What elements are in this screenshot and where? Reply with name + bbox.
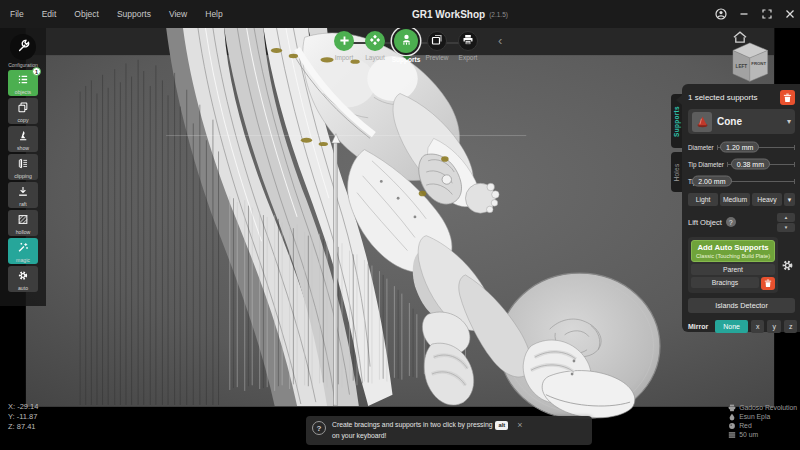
support-type-select[interactable]: Cone ▾: [688, 109, 795, 134]
layout-icon: [369, 32, 381, 50]
diameter-value[interactable]: 1.20 mm: [720, 142, 759, 153]
hint-text-after: on your keyboard!: [332, 432, 386, 439]
mirror-none-button[interactable]: None: [715, 320, 748, 333]
toolbar-export-label: Export: [448, 54, 488, 61]
mirror-y-button[interactable]: y: [767, 320, 781, 333]
sidebar-item-raft[interactable]: raft: [8, 182, 38, 208]
export-printer-icon: [462, 32, 474, 50]
menu-edit[interactable]: Edit: [42, 9, 57, 19]
coord-x: X: -29.14: [8, 402, 38, 412]
objects-count-badge: 1: [32, 67, 41, 76]
menu-object[interactable]: Object: [74, 9, 99, 19]
menu-file[interactable]: File: [10, 9, 24, 19]
diameter-slider-row: Diameter 1.20 mm: [688, 139, 795, 155]
app-title: GR1 WorkShop (2.1.5): [412, 0, 508, 28]
hint-text: Create bracings and supports in two clic…: [332, 420, 509, 441]
sidebar-raft-label: raft: [19, 202, 27, 207]
sidebar-item-magic[interactable]: magic: [8, 238, 38, 264]
sidebar-item-hollow[interactable]: hollow: [8, 210, 38, 236]
hint-close-icon[interactable]: ×: [517, 420, 522, 441]
alt-key-badge: alt: [495, 421, 508, 430]
coord-z: Z: 87.41: [8, 422, 38, 432]
bracings-button[interactable]: Bracings: [691, 277, 759, 288]
tip-diameter-slider-row: Tip Diameter 0.38 mm: [688, 156, 795, 172]
clipping-icon: [17, 155, 29, 173]
hint-tooltip: ? Create bracings and supports in two cl…: [306, 416, 592, 445]
preset-heavy-button[interactable]: Heavy: [752, 193, 782, 206]
printer-icon: [728, 404, 736, 412]
app-version: (2.1.5): [489, 11, 508, 18]
support-type-value: Cone: [717, 116, 782, 127]
minimize-icon[interactable]: [738, 8, 750, 20]
tip-value[interactable]: 2.00 mm: [692, 176, 731, 187]
preset-caret-icon[interactable]: ▾: [784, 193, 795, 206]
sidebar-item-show[interactable]: show: [8, 126, 38, 152]
mirror-x-button[interactable]: x: [751, 320, 765, 333]
status-color-row: Red: [728, 421, 797, 430]
coord-y: Y: -11.87: [8, 412, 38, 422]
sidebar-objects-label: objects: [15, 90, 31, 95]
menu-supports[interactable]: Supports: [117, 9, 151, 19]
magic-wand-icon: [17, 239, 29, 257]
toolbar-collapse-chevron[interactable]: ‹: [498, 33, 502, 48]
maximize-icon[interactable]: [761, 8, 773, 20]
tip-diameter-value[interactable]: 0.38 mm: [731, 159, 770, 170]
view-cube[interactable]: LEFT FRONT: [733, 43, 768, 81]
tab-holes-label: Holes: [673, 163, 680, 181]
add-auto-supports-sublabel: Classic (Touching Build Plate): [693, 253, 773, 259]
add-auto-supports-button[interactable]: Add Auto Supports Classic (Touching Buil…: [691, 240, 775, 262]
account-icon[interactable]: [715, 8, 727, 20]
tip-diameter-label: Tip Diameter: [688, 161, 724, 168]
auto-supports-settings-gear-icon[interactable]: [780, 237, 795, 293]
parent-button[interactable]: Parent: [691, 264, 775, 275]
islands-detector-button[interactable]: Islands Detector: [688, 298, 795, 313]
lift-object-label: Lift Object: [688, 218, 722, 227]
sidebar-auto-label: auto: [18, 286, 28, 291]
menu-view[interactable]: View: [169, 9, 187, 19]
menu-help[interactable]: Help: [205, 9, 222, 19]
objects-list-icon: [17, 71, 29, 89]
raft-down-arrow-icon: [17, 183, 29, 201]
viewport-3d[interactable]: LEFT FRONT: [0, 28, 800, 433]
lift-stepper: ▲ ▼: [777, 213, 795, 232]
close-icon[interactable]: [784, 8, 796, 20]
sidebar-item-clipping[interactable]: clipping: [8, 154, 38, 180]
copy-icon: [17, 99, 29, 117]
mirror-z-button[interactable]: z: [784, 320, 798, 333]
left-sidebar: Configuration 1 objects copy show clippi…: [0, 28, 46, 306]
type-select-caret-icon: ▾: [787, 117, 791, 126]
sidebar-clipping-label: clipping: [14, 174, 32, 179]
color-swatch-icon: [728, 422, 736, 430]
delete-selected-trash-icon[interactable]: [780, 90, 795, 105]
configuration-button[interactable]: [10, 34, 36, 60]
lift-up-button[interactable]: ▲: [777, 213, 795, 222]
status-printer-row: Gadoso Revolution: [728, 403, 797, 412]
lift-help-icon[interactable]: ?: [726, 217, 736, 227]
view-cube-left-label: LEFT: [736, 64, 748, 69]
lift-down-button[interactable]: ▼: [777, 223, 795, 232]
diameter-label: Diameter: [688, 144, 714, 151]
sidebar-show-label: show: [17, 146, 29, 151]
help-question-icon: ?: [312, 421, 326, 435]
preset-row: Light Medium Heavy ▾: [688, 193, 795, 206]
hint-text-before: Create bracings and supports in two clic…: [332, 421, 493, 428]
sidebar-copy-label: copy: [18, 118, 29, 123]
bracings-trash-icon[interactable]: [761, 277, 775, 290]
tip-slider-row: Tip 2.00 mm: [688, 173, 795, 189]
sidebar-item-copy[interactable]: copy: [8, 98, 38, 124]
mirror-row: Mirror None x y z: [688, 320, 795, 333]
preset-light-button[interactable]: Light: [688, 193, 718, 206]
selected-supports-count: 1 selected supports: [688, 93, 757, 102]
lift-object-row: Lift Object ? ▲ ▼: [688, 211, 795, 233]
status-material-row: Esun Epla: [728, 412, 797, 421]
layer-height-value: 50 um: [739, 431, 758, 438]
print-setup-status: Gadoso Revolution Esun Epla Red 50 um: [728, 403, 797, 439]
auto-supports-group: Add Auto Supports Classic (Touching Buil…: [688, 237, 795, 293]
cone-icon: [692, 112, 712, 132]
tab-holes[interactable]: Holes: [671, 152, 682, 192]
toolbar-export[interactable]: Export: [448, 29, 488, 61]
sidebar-item-objects[interactable]: 1 objects: [8, 70, 38, 96]
preset-medium-button[interactable]: Medium: [720, 193, 750, 206]
wrench-icon: [17, 38, 30, 56]
sidebar-item-auto[interactable]: auto: [8, 266, 38, 292]
